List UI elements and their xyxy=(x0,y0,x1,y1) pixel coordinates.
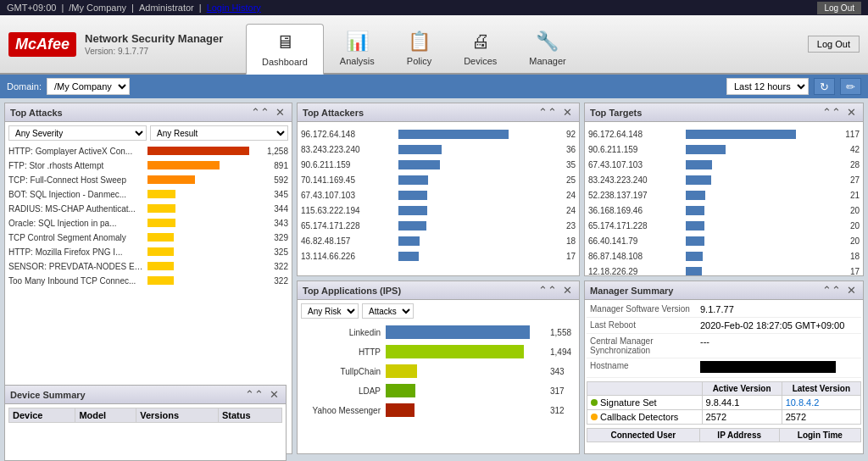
top-apps-title: Top Applications (IPS) xyxy=(303,286,401,296)
attack-bar-container xyxy=(147,161,261,169)
attacker-value: 24 xyxy=(557,191,576,200)
top-attackers-collapse[interactable]: ⌃⌃ xyxy=(537,107,559,118)
timezone: GMT+09:00 xyxy=(7,3,56,13)
app-value: 343 xyxy=(550,367,576,376)
top-attacks-collapse[interactable]: ⌃⌃ xyxy=(249,107,271,118)
top-apps-close[interactable]: ✕ xyxy=(561,285,574,296)
target-value: 117 xyxy=(841,130,860,139)
attack-bar-container xyxy=(147,175,261,184)
top-bar-left: GMT+09:00 | /My Company | Administrator … xyxy=(7,3,261,13)
attacker-bar-container xyxy=(398,130,554,139)
attacker-row: 70.141.169.45 25 xyxy=(301,173,576,186)
connected-users-table: Connected User IP Address Login Time xyxy=(587,428,861,442)
attack-list-item: TCP: Full-Connect Host Sweep 592 xyxy=(8,173,288,186)
attacker-bar xyxy=(398,252,419,261)
dashboard-icon: 🖥 xyxy=(275,31,294,53)
header-logout-button[interactable]: Log Out xyxy=(808,36,860,53)
attacker-bar-container xyxy=(398,175,554,185)
target-bar xyxy=(686,175,711,185)
target-bar-container xyxy=(686,206,837,215)
app-risk-select[interactable]: Any Risk xyxy=(301,303,359,319)
attacker-bar xyxy=(398,145,442,154)
top-attacks-close[interactable]: ✕ xyxy=(274,107,287,118)
attack-value: 592 xyxy=(264,175,288,185)
attacker-row: 13.114.66.226 17 xyxy=(301,249,576,263)
login-history-link[interactable]: Login History xyxy=(207,3,261,13)
target-row: 66.40.141.79 20 xyxy=(588,234,860,247)
domain-bar: Domain: /My Company Last 12 hours Last 2… xyxy=(0,75,868,98)
top-apps-collapse[interactable]: ⌃⌃ xyxy=(537,285,559,296)
tab-devices[interactable]: 🖨Devices xyxy=(448,23,513,74)
top-attackers-close[interactable]: ✕ xyxy=(561,107,574,118)
top-targets-close[interactable]: ✕ xyxy=(845,107,858,118)
top-attackers-body: 96.172.64.148 92 83.243.223.240 36 90.6.… xyxy=(298,122,579,275)
attacker-ip: 115.63.222.194 xyxy=(301,206,398,215)
domain-right: Last 12 hours Last 24 hours Last 7 days … xyxy=(726,78,861,95)
attack-value: 1,258 xyxy=(264,147,288,156)
manager-summary-close[interactable]: ✕ xyxy=(845,285,858,296)
manager-summary-collapse[interactable]: ⌃⌃ xyxy=(821,285,843,296)
tab-dashboard[interactable]: 🖥Dashboard xyxy=(246,24,324,75)
target-row: 36.168.169.46 20 xyxy=(588,203,860,217)
target-bar xyxy=(686,206,704,215)
edit-button[interactable]: ✏ xyxy=(840,78,861,95)
target-value: 18 xyxy=(841,252,860,261)
time-range-select[interactable]: Last 12 hours Last 24 hours Last 7 days xyxy=(726,78,809,95)
login-time-header: Login Time xyxy=(779,429,860,442)
attack-bar xyxy=(147,219,175,227)
target-ip: 96.172.64.148 xyxy=(588,130,686,139)
attack-bar xyxy=(147,247,174,256)
attack-bar xyxy=(147,175,195,184)
tab-policy[interactable]: 📋Policy xyxy=(391,23,448,74)
attack-bar xyxy=(147,262,174,270)
device-summary-close[interactable]: ✕ xyxy=(268,389,281,400)
hostname-value xyxy=(700,361,836,373)
tab-manager[interactable]: 🔧Manager xyxy=(513,23,581,74)
domain-select[interactable]: /My Company xyxy=(47,78,130,95)
attack-value: 343 xyxy=(264,219,288,228)
top-attackers-title: Top Attackers xyxy=(303,108,364,118)
app-type-select[interactable]: Attacks xyxy=(362,303,414,319)
attacker-value: 35 xyxy=(557,160,576,169)
callback-status-dot xyxy=(591,414,598,420)
attack-list-item: Too Many Inbound TCP Connec... 322 xyxy=(8,274,288,287)
attack-bar xyxy=(147,233,174,242)
tab-analysis[interactable]: 📊Analysis xyxy=(324,23,391,74)
device-summary-collapse[interactable]: ⌃⌃ xyxy=(243,389,265,400)
signature-latest-link[interactable]: 10.8.4.2 xyxy=(786,397,820,408)
app-list-item: TullpChain 343 xyxy=(301,363,576,380)
target-value: 20 xyxy=(841,221,860,230)
attacker-ip: 67.43.107.103 xyxy=(301,191,398,200)
device-col-versions: Versions xyxy=(136,408,219,423)
attacker-bar-container xyxy=(398,160,554,169)
attacker-value: 17 xyxy=(557,252,576,261)
attacker-ip: 70.141.169.45 xyxy=(301,175,398,185)
top-targets-panel: Top Targets ⌃⌃ ✕ 96.172.64.148 117 90.6.… xyxy=(584,103,864,276)
attacker-value: 24 xyxy=(557,206,576,215)
target-ip: 66.40.141.79 xyxy=(588,236,686,246)
attacker-value: 92 xyxy=(557,130,576,139)
logout-button[interactable]: Log Out xyxy=(817,2,861,14)
refresh-button[interactable]: ↻ xyxy=(814,78,835,95)
attacker-bar xyxy=(398,130,509,139)
signature-status-dot xyxy=(591,399,598,406)
result-select[interactable]: Any ResultAttackPass xyxy=(150,125,288,141)
app-list-item: LDAP 317 xyxy=(301,382,576,399)
target-row: 65.174.171.228 20 xyxy=(588,219,860,232)
app-list-item: Linkedin 1,558 xyxy=(301,324,576,341)
header: McAfee Network Security Manager Version:… xyxy=(0,15,868,75)
attacker-row: 96.172.64.148 92 xyxy=(301,127,576,141)
severity-select[interactable]: Any SeverityHighMediumLow xyxy=(8,125,147,141)
device-col-status: Status xyxy=(218,408,281,423)
panel-controls: ⌃⌃ ✕ xyxy=(249,107,287,118)
target-value: 42 xyxy=(841,145,860,154)
target-bar-container xyxy=(686,145,837,154)
top-targets-collapse[interactable]: ⌃⌃ xyxy=(821,107,843,118)
attack-bar xyxy=(147,204,175,213)
role: Administrator xyxy=(139,3,194,13)
top-apps-panel: Top Applications (IPS) ⌃⌃ ✕ Any Risk Att… xyxy=(297,280,580,454)
device-summary-title: Device Summary xyxy=(10,390,86,400)
top-targets-title: Top Targets xyxy=(590,108,642,118)
attack-bar xyxy=(147,190,175,198)
target-row: 12.18.226.29 17 xyxy=(588,264,860,275)
